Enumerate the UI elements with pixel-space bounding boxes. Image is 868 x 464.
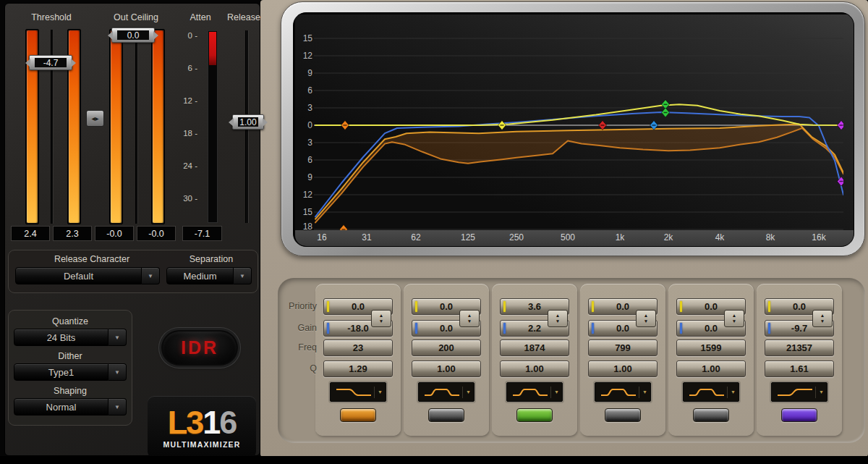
out-ceiling-value: 0.0 xyxy=(117,30,149,40)
filter-shape-icon xyxy=(333,386,374,399)
band-freq-field[interactable]: 200 xyxy=(412,339,481,356)
release-character-dropdown[interactable]: Default ▼ xyxy=(15,267,160,284)
atten-tick: 12 xyxy=(176,96,197,105)
band-color-button[interactable] xyxy=(693,408,729,422)
freq-tick-label: 250 xyxy=(504,232,529,242)
band-stepper[interactable]: ▲▼ xyxy=(548,310,568,327)
atten-tick: 0 xyxy=(176,31,197,40)
ceiling-meter-left[interactable] xyxy=(111,30,122,223)
gain-tick-icon xyxy=(327,323,329,334)
gain-tick-icon xyxy=(503,323,506,334)
band-color-button[interactable] xyxy=(781,408,817,422)
freq-row-label: Freq xyxy=(266,342,317,353)
band-color-button[interactable] xyxy=(605,408,641,422)
chevron-down-icon[interactable]: ▼ xyxy=(462,387,474,398)
channel-link-button[interactable]: ◂▸ xyxy=(86,110,104,127)
ceiling-slider-groove[interactable] xyxy=(135,30,138,224)
idr-button-label: IDR xyxy=(181,337,218,358)
band-q-field[interactable]: 1.00 xyxy=(500,360,569,377)
quantize-dropdown[interactable]: 24 Bits ▼ xyxy=(14,329,127,346)
atten-tick: 18 xyxy=(176,129,197,138)
stepper-down-icon: ▼ xyxy=(467,319,472,324)
band-color-button[interactable] xyxy=(428,408,464,422)
threshold-value-chip[interactable]: -4.7 xyxy=(29,55,72,70)
band-color-button[interactable] xyxy=(340,408,376,422)
gain-tick-icon xyxy=(680,323,682,334)
freq-tick-label: 16k xyxy=(807,232,831,242)
atten-tick: 30 xyxy=(176,194,197,203)
quantize-label: Quantize xyxy=(15,316,125,326)
dither-dropdown[interactable]: Type1 ▼ xyxy=(14,363,127,381)
band-freq-field[interactable]: 799 xyxy=(588,339,658,356)
priority-tick-icon xyxy=(680,301,682,312)
stepper-up-icon: ▲ xyxy=(379,313,383,319)
stepper-up-icon: ▲ xyxy=(644,313,648,319)
band-stepper[interactable]: ▲▼ xyxy=(724,310,744,327)
stepper-down-icon: ▼ xyxy=(644,319,648,324)
chevron-down-icon[interactable]: ▼ xyxy=(142,267,160,284)
chevron-down-icon[interactable]: ▼ xyxy=(639,387,650,398)
band-freq-field[interactable]: 1599 xyxy=(676,339,746,356)
filter-shape-icon xyxy=(775,386,815,399)
eq-graph[interactable] xyxy=(314,20,843,232)
chevron-down-icon[interactable]: ▼ xyxy=(815,387,827,398)
db-tick-label: 3 xyxy=(295,138,312,148)
band-q-field[interactable]: 1.61 xyxy=(765,360,834,377)
stepper-up-icon: ▲ xyxy=(467,313,472,319)
chevron-down-icon[interactable]: ▼ xyxy=(234,267,252,284)
band-shape-button[interactable]: ▼ xyxy=(330,382,386,402)
ceiling-readout-left: -0.0 xyxy=(95,226,134,241)
band-q-field[interactable]: 1.00 xyxy=(676,360,746,377)
priority-tick-icon xyxy=(768,301,770,312)
freq-tick-label: 125 xyxy=(456,232,480,242)
attenuation-meter xyxy=(208,30,218,223)
band-strip-1: 0.0 ▲▼ -18.0 23 1.29 ▼ xyxy=(323,298,393,436)
release-value-chip[interactable]: 1.00 xyxy=(232,114,264,130)
db-tick-label: 9 xyxy=(295,172,312,182)
atten-tick: 24 xyxy=(176,161,197,170)
separation-dropdown[interactable]: Medium ▼ xyxy=(166,267,252,284)
threshold-value: -4.7 xyxy=(35,58,67,67)
shaping-dropdown[interactable]: Normal ▼ xyxy=(14,398,127,416)
band-shape-button[interactable]: ▼ xyxy=(418,382,475,402)
band-stepper[interactable]: ▲▼ xyxy=(636,310,656,327)
band-shape-button[interactable]: ▼ xyxy=(683,382,739,402)
band-freq-field[interactable]: 21357 xyxy=(765,339,834,356)
stepper-down-icon: ▼ xyxy=(732,319,736,324)
band-stepper[interactable]: ▲▼ xyxy=(812,310,833,327)
band-q-field[interactable]: 1.00 xyxy=(412,360,481,377)
atten-label: Atten xyxy=(184,12,216,24)
chevron-down-icon[interactable]: ▼ xyxy=(109,363,127,381)
band-shape-button[interactable]: ▼ xyxy=(595,382,651,402)
band-stepper[interactable]: ▲▼ xyxy=(371,310,391,327)
threshold-readout-right: 2.3 xyxy=(53,226,92,241)
dynamics-fill xyxy=(315,124,843,222)
out-ceiling-value-chip[interactable]: 0.0 xyxy=(111,28,155,43)
l316-logo-text: L316 xyxy=(168,406,237,439)
band-q-field[interactable]: 1.29 xyxy=(323,360,393,377)
freq-tick-label: 16 xyxy=(310,232,334,242)
band-strip-3: 3.6 ▲▼ 2.2 1874 1.00 ▼ xyxy=(500,298,569,436)
atten-tick: 6 xyxy=(176,64,197,72)
separation-value: Medium xyxy=(166,267,234,284)
band-color-button[interactable] xyxy=(516,408,553,422)
band-freq-field[interactable]: 23 xyxy=(323,339,393,356)
idr-button[interactable]: IDR xyxy=(161,330,238,366)
stepper-down-icon: ▼ xyxy=(379,319,383,324)
band-freq-field[interactable]: 1874 xyxy=(500,339,569,356)
dither-value: Type1 xyxy=(14,363,109,381)
ceiling-meter-right[interactable] xyxy=(153,30,163,223)
band-q-field[interactable]: 1.00 xyxy=(588,360,658,377)
db-tick-label: 12 xyxy=(295,190,312,200)
chevron-down-icon[interactable]: ▼ xyxy=(109,329,127,346)
band-shape-button[interactable]: ▼ xyxy=(771,382,827,402)
chevron-down-icon[interactable]: ▼ xyxy=(109,398,127,416)
band-shape-button[interactable]: ▼ xyxy=(506,382,563,402)
chevron-down-icon[interactable]: ▼ xyxy=(550,387,562,398)
l316-plugin-window: Threshold Out Ceiling Atten Release -4.7… xyxy=(0,0,868,464)
chevron-down-icon[interactable]: ▼ xyxy=(374,387,386,398)
chevron-down-icon[interactable]: ▼ xyxy=(727,387,739,398)
frequency-axis: 1631621252505001k2k4k8k16k xyxy=(295,230,854,246)
db-tick-label: 6 xyxy=(295,155,312,165)
band-stepper[interactable]: ▲▼ xyxy=(459,310,480,327)
